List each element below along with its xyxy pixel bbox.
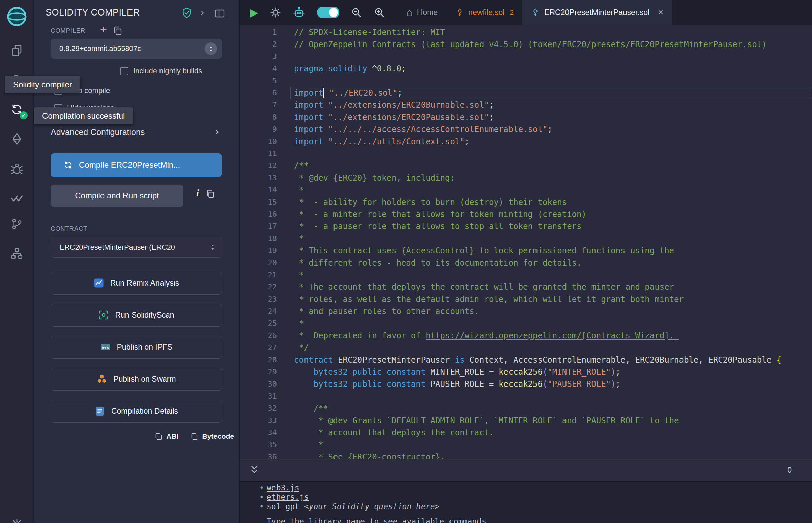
code-line[interactable]: 32 /** (240, 402, 812, 414)
settings-icon[interactable] (0, 513, 34, 523)
code-line[interactable]: 6import "../ERC20.sol"; (240, 87, 812, 99)
copy-icon[interactable] (112, 25, 123, 36)
line-number: 2 (240, 38, 277, 51)
code-line[interactable]: 36 * See {ERC20-constructor}. (240, 451, 812, 458)
code-line[interactable]: 1// SPDX-License-Identifier: MIT (240, 26, 812, 38)
info-icon[interactable]: i (193, 187, 203, 199)
publish-on-swarm-button[interactable]: Publish on Swarm (51, 368, 222, 391)
code-line[interactable]: 12/** (240, 160, 812, 172)
code-lines: 1// SPDX-License-Identifier: MIT2// Open… (240, 26, 812, 458)
remix-ai-robot-icon[interactable] (293, 6, 305, 19)
code-line[interactable]: 22 * The account that deploys the contra… (240, 281, 812, 293)
zoom-in-icon[interactable] (374, 7, 385, 18)
code-line[interactable]: 15 * - ability for holders to burn (dest… (240, 196, 812, 208)
deploy-run-icon[interactable] (0, 128, 34, 149)
code-line[interactable]: 16 * - a minter role that allows for tok… (240, 208, 812, 220)
tab-home[interactable]: ⌂Home (398, 0, 446, 25)
ipfs-icon: IPFS (100, 342, 111, 353)
tab-erc20presetminterpauser-sol[interactable]: ERC20PresetMinterPauser.sol× (522, 0, 672, 25)
code-line[interactable]: 30 bytes32 public constant PAUSER_ROLE =… (240, 378, 812, 390)
line-number: 33 (240, 414, 277, 427)
copy-abi-button[interactable]: ABI (154, 432, 178, 441)
checkbox-include-nightly-builds[interactable]: Include nightly builds (120, 67, 202, 75)
zoom-out-icon[interactable] (351, 7, 362, 18)
ai-copilot-toggle[interactable] (317, 7, 339, 18)
code-line[interactable]: 19 * This contract uses {AccessControl} … (240, 245, 812, 257)
solidity-compiler-icon[interactable]: ✓ (0, 99, 34, 120)
code-line[interactable]: 14 * (240, 184, 812, 196)
code-line[interactable]: 8import "../extensions/ERC20Pausable.sol… (240, 111, 812, 123)
expand-terminal-icon[interactable] (248, 464, 260, 476)
code-text: bytes32 public constant MINTER_ROLE = ke… (294, 366, 620, 378)
line-number: 20 (240, 257, 277, 269)
code-text: * (294, 269, 304, 281)
compiler-version-select[interactable]: 0.8.29+commit.ab55807c (51, 39, 222, 59)
tab-newfile-sol[interactable]: newfile.sol2 (446, 0, 522, 25)
line-number: 23 (240, 293, 277, 305)
tab-error-badge: 2 (510, 8, 514, 17)
code-line[interactable]: 9import "../../../access/AccessControlEn… (240, 123, 812, 136)
terminal-link[interactable]: web3.js (267, 483, 299, 492)
chevron-right-icon[interactable]: › (200, 5, 204, 19)
terminal-text: sol-gpt (267, 502, 304, 511)
code-line[interactable]: 25 * (240, 318, 812, 329)
git-icon[interactable] (0, 214, 34, 235)
code-line[interactable]: 35 * (240, 439, 812, 451)
chevron-right-icon[interactable]: › (215, 125, 219, 138)
code-line[interactable]: 21 * (240, 269, 812, 281)
code-line[interactable]: 17 * - a pauser role that allows to stop… (240, 220, 812, 233)
code-line[interactable]: 31 (240, 390, 812, 402)
terminal-line: Type the library name to see available c… (267, 517, 812, 523)
add-custom-compiler-icon[interactable]: + (98, 23, 109, 36)
code-line[interactable]: 5 (240, 75, 812, 87)
advanced-configurations[interactable]: Advanced Configurations (51, 127, 145, 137)
script-config-gear-icon[interactable] (270, 7, 281, 18)
file-explorer-icon[interactable] (0, 40, 34, 61)
code-text: import "../extensions/ERC20Burnable.sol"… (294, 99, 494, 111)
close-tab-icon[interactable]: × (658, 8, 663, 17)
copy-icon[interactable] (205, 189, 215, 199)
tooltip-solidity-compiler: Solidity compiler (5, 76, 80, 93)
unit-testing-icon[interactable] (0, 188, 34, 209)
code-line[interactable]: 2// OpenZeppelin Contracts (last updated… (240, 38, 812, 51)
code-line[interactable]: 18 * (240, 233, 812, 245)
plugin-manager-icon[interactable] (0, 243, 34, 264)
pin-panel-icon[interactable] (214, 8, 225, 19)
code-text: // SPDX-License-Identifier: MIT (294, 26, 445, 38)
code-editor[interactable]: 1// SPDX-License-Identifier: MIT2// Open… (240, 25, 812, 458)
publish-on-ipfs-button[interactable]: IPFSPublish on IPFS (51, 336, 222, 359)
code-line[interactable]: 27 */ (240, 342, 812, 354)
run-script-icon[interactable]: ▶ (250, 7, 258, 18)
compile-button[interactable]: Compile ERC20PresetMin... (51, 153, 222, 177)
contract-select[interactable]: ERC20PresetMinterPauser (ERC20 (51, 237, 222, 258)
code-line[interactable]: 7import "../extensions/ERC20Burnable.sol… (240, 99, 812, 111)
remix-logo-icon[interactable] (6, 5, 28, 28)
code-line[interactable]: 4pragma solidity ^0.8.0; (240, 63, 812, 75)
copy-bytecode-button[interactable]: Bytecode (190, 432, 234, 441)
line-number: 3 (240, 51, 277, 63)
run-solidityscan-button[interactable]: Run SolidityScan (51, 304, 222, 327)
compile-and-run-script-button[interactable]: Compile and Run script (51, 185, 183, 207)
run-remix-analysis-button[interactable]: Run Remix Analysis (51, 272, 222, 294)
code-line[interactable]: 26 * _Deprecated in favor of https://wiz… (240, 329, 812, 342)
checkbox[interactable] (120, 67, 128, 75)
code-line[interactable]: 29 bytes32 public constant MINTER_ROLE =… (240, 366, 812, 378)
code-line[interactable]: 28contract ERC20PresetMinterPauser is Co… (240, 354, 812, 366)
terminal-link[interactable]: ethers.js (267, 492, 309, 502)
solidityscan-icon (98, 310, 109, 321)
code-line[interactable]: 3 (240, 51, 812, 63)
code-line[interactable]: 10import "../../../utils/Context.sol"; (240, 136, 812, 148)
code-text: * See {ERC20-constructor}. (294, 451, 445, 458)
code-line[interactable]: 13 * @dev {ERC20} token, including: (240, 172, 812, 184)
compilation-details-button[interactable]: Compilation Details (51, 400, 222, 422)
debugger-icon[interactable] (0, 158, 34, 179)
code-line[interactable]: 34 * account that deploys the contract. (240, 427, 812, 439)
advanced-configurations-label: Advanced Configurations (51, 127, 145, 137)
code-line[interactable]: 33 * @dev Grants `DEFAULT_ADMIN_ROLE`, `… (240, 414, 812, 427)
code-line[interactable]: 24 * and pauser roles to other accounts. (240, 305, 812, 318)
code-line[interactable]: 23 * roles, as well as the default admin… (240, 293, 812, 305)
code-line[interactable]: 11 (240, 148, 812, 160)
code-line[interactable]: 20 * different roles - head to its docum… (240, 257, 812, 269)
code-text: bytes32 public constant PAUSER_ROLE = ke… (294, 378, 620, 390)
terminal[interactable]: •web3.js•ethers.js•sol-gpt <your Solidit… (240, 482, 812, 523)
